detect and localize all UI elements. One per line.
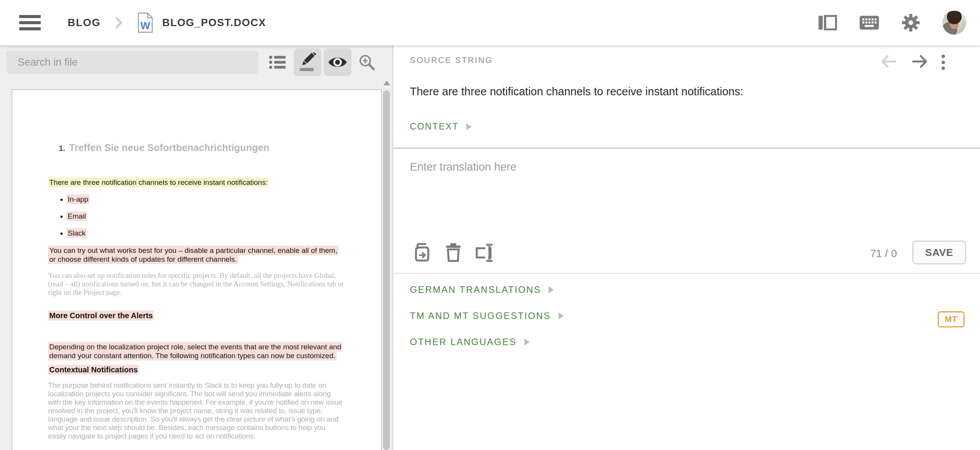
previous-string-button[interactable] <box>879 54 898 71</box>
document-page: 1.Treffen Sie neue Sofortbenachrichtigun… <box>12 89 382 450</box>
context-label: CONTEXT <box>410 121 459 132</box>
translation-editor-app: BLOG W BLOG_POST.DOCX <box>0 0 980 450</box>
character-counter: 71 / 0 <box>870 247 897 260</box>
section-label: GERMAN TRANSLATIONS <box>410 284 541 295</box>
layout-panels-icon[interactable] <box>818 15 837 30</box>
doc-string-untranslated[interactable]: Depending on the localization project ro… <box>48 342 344 360</box>
strings-list-icon[interactable] <box>264 48 291 76</box>
doc-string-heading[interactable]: More Control over the Alerts <box>48 311 344 320</box>
section-tm-mt-suggestions[interactable]: TM AND MT SUGGESTIONS <box>410 311 564 321</box>
section-german-translations[interactable]: GERMAN TRANSLATIONS <box>410 284 554 295</box>
top-bar: BLOG W BLOG_POST.DOCX <box>0 0 980 45</box>
scroll-up-arrow[interactable] <box>383 81 390 85</box>
word-file-icon: W <box>137 12 154 33</box>
edit-mode-button[interactable] <box>294 48 321 76</box>
delete-translation-icon[interactable] <box>445 243 461 264</box>
document-preview-panel: 1.Treffen Sie neue Sofortbenachrichtigun… <box>0 45 393 450</box>
source-string-text: There are three notification channels to… <box>410 85 948 98</box>
doc-bullet-list: In-app Email Slack <box>48 195 344 237</box>
user-avatar[interactable] <box>942 11 966 35</box>
doc-paragraph-hidden: The purpose behind notifications sent in… <box>48 381 344 440</box>
divider <box>394 273 980 274</box>
doc-string-bullet[interactable]: Email <box>48 212 344 221</box>
file-name: BLOG_POST.DOCX <box>162 17 266 29</box>
search-input[interactable] <box>6 51 258 74</box>
preview-mode-button[interactable] <box>324 48 351 76</box>
more-options-menu-icon[interactable] <box>935 54 951 71</box>
doc-string-untranslated[interactable]: You can try out what works best for you … <box>48 246 344 264</box>
edit-pencil-icon <box>298 53 317 72</box>
doc-string-current[interactable]: There are three notification channels to… <box>48 178 344 187</box>
expand-triangle-icon <box>559 312 564 319</box>
copy-source-icon[interactable] <box>414 243 432 264</box>
section-label: TM AND MT SUGGESTIONS <box>410 311 551 321</box>
translation-input[interactable] <box>405 156 967 241</box>
doc-heading-number: 1. <box>59 144 65 153</box>
doc-string-bullet[interactable]: In-app <box>48 195 344 204</box>
next-string-button[interactable] <box>910 54 929 71</box>
expand-triangle-icon <box>466 123 471 130</box>
expand-triangle-icon <box>524 339 529 345</box>
settings-gear-icon[interactable] <box>902 13 920 32</box>
svg-text:W: W <box>140 20 151 32</box>
breadcrumb-chevron-icon <box>114 16 124 30</box>
preview-eye-icon <box>328 55 348 69</box>
select-text-icon[interactable] <box>475 243 495 264</box>
mt-badge: MT <box>938 311 965 327</box>
section-label: OTHER LANGUAGES <box>410 337 517 347</box>
save-button[interactable]: SAVE <box>912 241 966 264</box>
keyboard-icon[interactable] <box>859 15 879 30</box>
hamburger-menu-icon[interactable] <box>19 15 41 30</box>
doc-string-heading[interactable]: Contextual Notifications <box>48 365 344 374</box>
section-other-languages[interactable]: OTHER LANGUAGES <box>410 337 529 347</box>
doc-string-bullet[interactable]: Slack <box>48 229 344 237</box>
main-area: 1.Treffen Sie neue Sofortbenachrichtigun… <box>0 45 980 450</box>
expand-triangle-icon <box>549 286 554 293</box>
doc-paragraph-hidden: You can also set up notification rules f… <box>48 271 344 297</box>
doc-heading-text: Treffen Sie neue Sofortbenachrichtigunge… <box>69 142 270 153</box>
context-toggle[interactable]: CONTEXT <box>410 121 471 132</box>
source-string-label: SOURCE STRING <box>410 55 493 65</box>
current-file[interactable]: W BLOG_POST.DOCX <box>137 12 266 33</box>
translation-panel: SOURCE STRING There are three notificati… <box>394 45 980 450</box>
doc-heading-german[interactable]: 1.Treffen Sie neue Sofortbenachrichtigun… <box>59 142 344 153</box>
breadcrumb-blog[interactable]: BLOG <box>68 17 101 29</box>
document-scrollbar[interactable] <box>383 90 390 450</box>
top-bar-actions <box>818 0 966 45</box>
divider <box>394 148 980 149</box>
zoom-in-icon[interactable] <box>353 48 381 76</box>
